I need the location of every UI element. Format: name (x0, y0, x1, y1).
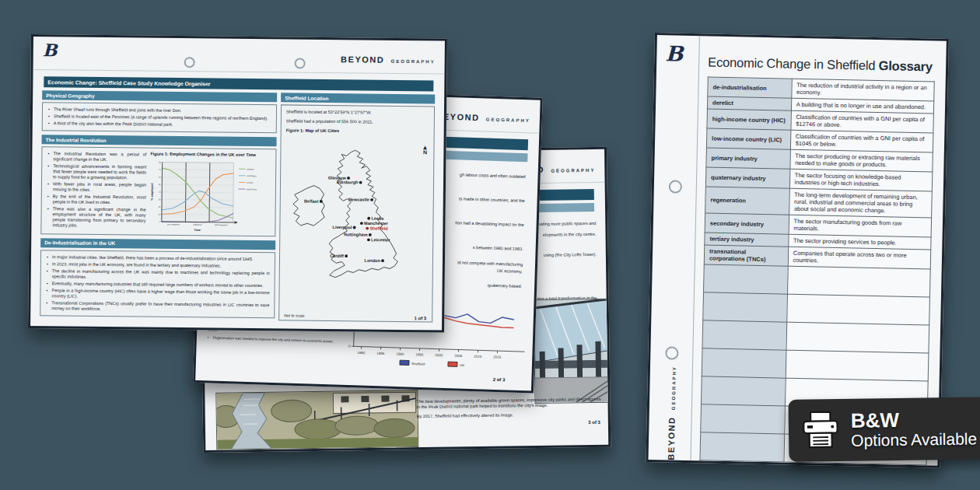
list-item: There was also a significant change in t… (46, 206, 145, 229)
list-item: Technological advancements in farming me… (47, 163, 146, 180)
brand-name: BEYOND (341, 54, 384, 65)
section-sheffield-location: Sheffield Location (281, 93, 435, 103)
svg-text:secondary: secondary (247, 174, 257, 177)
city-marker (367, 217, 370, 220)
ireland-outline (293, 185, 325, 226)
city-marker (320, 200, 323, 203)
city-label: Sheffield (369, 226, 387, 230)
svg-text:60: 60 (159, 176, 162, 179)
location-coordinates: Sheffield is located at 53°22'59"N 1°27'… (286, 109, 429, 115)
city-marker (359, 181, 362, 184)
figure-caption: Figure 1: Employment Changes in the UK o… (150, 152, 271, 158)
y-axis-label: % employed (151, 183, 154, 201)
list-item: Transnational Corporations (TNCs) usuall… (45, 300, 269, 313)
brand-wordmark: BEYOND GEOGRAPHY (436, 108, 530, 125)
svg-text:Sheffield: Sheffield (411, 362, 425, 366)
glossary-empty-row (702, 348, 929, 381)
glossary-term: regeneration (705, 187, 789, 215)
svg-text:10: 10 (158, 212, 161, 215)
river-illustration (215, 390, 418, 450)
glossary-term: de-industrialisation (708, 77, 792, 98)
city-label: Liverpool (333, 225, 352, 229)
glossary-definition: Companies that operate across two or mor… (788, 247, 931, 269)
city-label: Manchester (364, 221, 389, 226)
industrial-revolution-bullets: The Industrial Revolution was a period o… (46, 149, 146, 232)
bw-options-badge: B&W Options Available (788, 397, 980, 462)
city-label: Edinburgh (337, 180, 359, 184)
svg-text:1980: 1980 (357, 351, 366, 355)
glossary-empty-row (702, 320, 929, 353)
glossary-title: Economic Change in Sheffield Glossary (708, 54, 935, 74)
city-label: Leeds (371, 216, 383, 221)
beyond-logo: B (43, 40, 58, 60)
glossary-definition: The sector manufacturing goods from raw … (789, 215, 932, 237)
page3-page-number: 3 of 3 (588, 420, 600, 425)
uk-cities-map: GlasgowEdinburghBelfastNewcastleLeedsMan… (284, 134, 429, 305)
glossary-definition: Classification of countries with a GNI p… (790, 130, 933, 152)
svg-text:quaternary: quaternary (247, 187, 257, 191)
x-axis-label: Time (194, 229, 201, 232)
glossary-definition: The reduction of industrial activity in … (791, 79, 934, 101)
svg-text:tertiary: tertiary (247, 181, 254, 184)
svg-text:post-industrial: post-industrial (215, 223, 228, 226)
map-scale-note: Not to scale (284, 313, 304, 317)
printer-icon (800, 409, 842, 452)
svg-text:70: 70 (159, 168, 162, 171)
city-marker (381, 259, 384, 262)
list-item: With fewer jobs in rural areas, people b… (47, 181, 146, 193)
svg-text:2010: 2010 (474, 355, 482, 359)
city-marker (347, 177, 350, 180)
city-marker (370, 198, 373, 201)
glossary-definition: The sector focusing on knowledge-based i… (789, 169, 933, 191)
city-label: Leicester (371, 237, 390, 242)
city-label: Belfast (304, 199, 319, 204)
list-item: A third of the city also lies within the… (47, 121, 271, 128)
page1-right-column: Sheffield Location Sheffield is located … (278, 93, 435, 326)
svg-text:1985: 1985 (376, 352, 385, 355)
location-population: Sheffield had a population of 556 500 in… (286, 118, 429, 124)
bullet-line: Regeneration was needed to improve the c… (208, 335, 352, 345)
section-physical-geography: Physical Geography (42, 90, 277, 102)
sheffield-location-box: Sheffield is located at 53°22'59"N 1°27'… (278, 104, 435, 322)
svg-text:pre-industrial: pre-industrial (167, 222, 180, 226)
glossary-empty-row (704, 264, 931, 297)
svg-text:UK: UK (460, 363, 464, 367)
industrial-revolution-box: The Industrial Revolution was a period o… (40, 146, 276, 236)
map-figure-caption: Figure 1: Map of UK Cities (286, 128, 429, 134)
svg-text:industrial: industrial (193, 223, 201, 226)
svg-text:0: 0 (159, 220, 161, 223)
brand-sub: GEOGRAPHY (551, 168, 595, 173)
brand-wordmark: BEYOND GEOGRAPHY (341, 51, 436, 66)
city-label: Nottingham (344, 232, 368, 236)
list-item: By 2017, Sheffield had effectively alter… (417, 411, 604, 419)
svg-text:1995: 1995 (415, 352, 424, 356)
svg-text:1990: 1990 (396, 352, 404, 356)
glossary-term: transnational corporations (TNCs) (704, 245, 788, 266)
page2-page-number: 2 of 3 (493, 377, 506, 382)
preview-stage: BEYOND GEOGRAPHY Economic Change: Sheffi… (0, 0, 980, 490)
glossary-definition: Classification of countries with a GNI p… (791, 110, 934, 133)
svg-text:40: 40 (159, 191, 162, 194)
north-arrow-icon: ▲ N (422, 145, 428, 155)
list-item: The Industrial Revolution was a period o… (47, 151, 146, 163)
badge-title: B&W (851, 408, 977, 431)
page1-left-column: Physical Geography The River Sheaf runs … (40, 90, 277, 324)
brand-sub: GEOGRAPHY (486, 117, 530, 123)
employment-chart-block: Figure 1: Employment Changes in the UK o… (149, 151, 271, 233)
list-item: The new developments, plenty of availabl… (416, 397, 603, 410)
glossary-empty-row (703, 292, 930, 325)
page1-header: B BEYOND GEOGRAPHY (33, 37, 445, 75)
glossary-definition: The long-term development of remaining u… (789, 188, 932, 218)
beyond-logo: B (665, 41, 683, 65)
organiser-page-1: B BEYOND GEOGRAPHY Economic Change: Shef… (28, 34, 447, 333)
physical-geography-bullets: The River Sheaf runs through Sheffield a… (42, 102, 277, 133)
section-deindustrialisation: De-Industrialisation in the UK (40, 238, 275, 250)
svg-text:primary: primary (247, 167, 255, 170)
glossary-margin-rail: B BEYOND GEOGRAPHY (649, 35, 700, 460)
glossary-term: primary industry (706, 148, 790, 169)
city-label: Cardiff (330, 254, 344, 258)
page3-bottom-paragraphs: The new developments, plenty of availabl… (416, 397, 603, 423)
hole-punch-icon (184, 57, 195, 68)
list-item: People in a high-income country (HIC) of… (45, 288, 269, 301)
brand-wordmark-vertical: BEYOND GEOGRAPHY (663, 366, 679, 460)
